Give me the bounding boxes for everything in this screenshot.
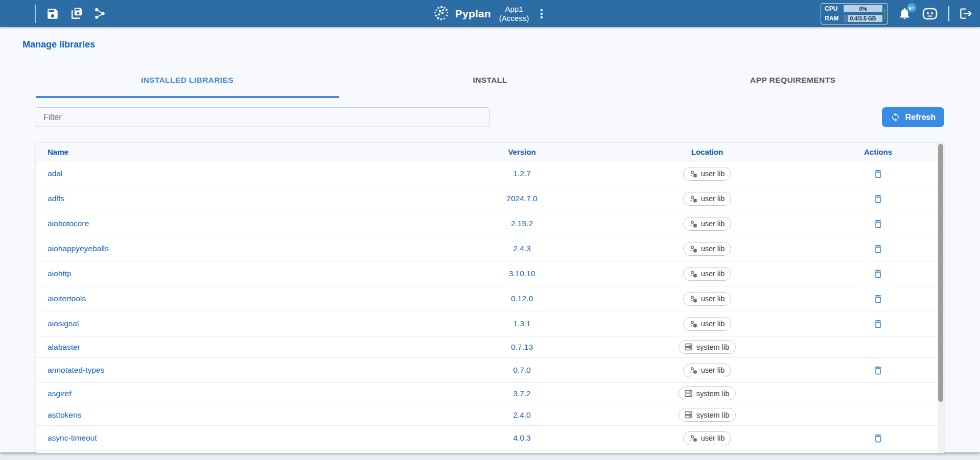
cpu-value: 0% — [844, 5, 882, 12]
table-row: annotated-types 0.7.0 user lib — [36, 358, 944, 383]
notifications-icon[interactable]: 9+ — [898, 7, 912, 20]
topbar-center-group: Pyplan App1 (Access) — [434, 0, 546, 27]
tab-app-requirements[interactable]: APP REQUIREMENTS — [641, 62, 944, 98]
topbar-left-group — [0, 5, 106, 23]
topbar-divider — [35, 5, 36, 23]
delete-button[interactable] — [872, 293, 884, 305]
table-row: adlfs 2024.7.0 user lib — [36, 186, 944, 211]
package-name: asgiref — [36, 389, 449, 398]
package-version: 0.12.0 — [449, 294, 595, 303]
location-chip: user lib — [683, 167, 732, 181]
save-icon[interactable] — [46, 7, 59, 20]
table-body: adal 1.2.7 user lib — [36, 161, 944, 451]
pyplan-logo-icon — [434, 5, 451, 22]
delete-button[interactable] — [872, 167, 884, 180]
topbar: Pyplan App1 (Access) CPU 0% RAM — [0, 0, 980, 27]
refresh-label: Refresh — [905, 113, 936, 122]
tab-install[interactable]: INSTALL — [339, 62, 642, 98]
location-chip: user lib — [683, 242, 732, 256]
location-chip-label: user lib — [701, 270, 725, 278]
package-name: aiobotocore — [36, 219, 449, 228]
package-name: aiohttp — [36, 269, 449, 278]
kebab-menu-icon[interactable] — [537, 8, 546, 19]
menu-icon[interactable] — [7, 8, 25, 19]
trash-icon — [873, 365, 883, 376]
package-version: 1.3.1 — [449, 319, 595, 328]
trash-icon — [873, 244, 883, 254]
share-model-icon[interactable] — [94, 7, 106, 20]
location-chip-label: user lib — [701, 434, 725, 442]
location-chip-label: user lib — [701, 170, 725, 178]
trash-icon — [873, 269, 883, 279]
package-version: 0.7.13 — [449, 343, 595, 352]
app-name-line1: App1 — [499, 5, 529, 14]
tab-installed-libraries[interactable]: INSTALLED LIBRARIES — [36, 62, 339, 98]
notifications-badge: 9+ — [907, 3, 916, 12]
table-row: asgiref 3.7.2 system lib — [36, 383, 944, 404]
column-header-actions: Actions — [820, 148, 937, 156]
system-lib-icon — [684, 389, 693, 398]
delete-button[interactable] — [872, 243, 884, 255]
ram-label: RAM — [825, 15, 841, 22]
package-name: asttokens — [36, 410, 449, 420]
package-name: alabaster — [36, 343, 449, 352]
location-chip: user lib — [683, 217, 732, 231]
delete-button[interactable] — [872, 192, 884, 205]
location-chip-label: user lib — [701, 366, 725, 374]
page-card: Manage libraries INSTALLED LIBRARIES INS… — [0, 27, 980, 452]
logout-icon[interactable] — [959, 7, 973, 20]
table-row: aiosignal 1.3.1 user lib — [36, 311, 944, 336]
column-header-location: Location — [595, 148, 820, 156]
package-name: aiosignal — [36, 319, 449, 328]
delete-button[interactable] — [872, 268, 884, 280]
user-lib-icon — [688, 169, 698, 179]
app-name-line2: (Access) — [499, 14, 529, 23]
page-title: Manage libraries — [22, 38, 980, 51]
package-version: 2.4.0 — [449, 410, 595, 420]
table-scrollbar[interactable] — [938, 143, 944, 453]
package-version: 4.0.3 — [449, 433, 595, 443]
trash-icon — [873, 219, 883, 229]
monitor-status-indicator — [884, 8, 885, 20]
delete-button[interactable] — [872, 364, 884, 377]
brand-name: Pyplan — [455, 8, 491, 20]
location-chip: user lib — [683, 267, 732, 281]
location-chip: system lib — [679, 408, 736, 422]
location-chip: user lib — [683, 292, 732, 306]
delete-button[interactable] — [872, 217, 884, 230]
system-monitor: CPU 0% RAM 0.4/3.5 GB — [821, 3, 888, 25]
trash-icon — [873, 319, 883, 329]
package-version: 1.2.7 — [449, 169, 595, 178]
cpu-label: CPU — [825, 5, 841, 12]
user-lib-icon — [688, 319, 698, 329]
table-row: adal 1.2.7 user lib — [36, 161, 944, 186]
package-version: 3.7.2 — [449, 389, 595, 398]
column-header-name: Name — [36, 148, 449, 156]
table-row: aiohappyeyeballs 2.4.3 user lib — [36, 236, 944, 261]
table-row: aiohttp 3.10.10 user lib — [36, 261, 944, 286]
table-row: alabaster 0.7.13 system lib — [36, 336, 944, 358]
location-chip-label: system lib — [696, 411, 729, 419]
delete-button[interactable] — [872, 432, 884, 445]
user-lib-icon — [688, 433, 698, 443]
filter-input[interactable] — [36, 107, 489, 127]
table-header: Name Version Location Actions — [36, 143, 944, 161]
refresh-icon — [891, 112, 900, 122]
user-lib-icon — [688, 269, 698, 279]
package-version: 0.7.0 — [449, 366, 595, 375]
save-all-icon[interactable] — [69, 7, 83, 20]
scrollbar-thumb[interactable] — [938, 144, 943, 402]
delete-button[interactable] — [872, 318, 884, 330]
assistant-icon[interactable] — [921, 6, 939, 21]
trash-icon — [873, 294, 883, 304]
package-version: 2.4.3 — [449, 244, 595, 253]
filter-row: Refresh — [36, 107, 944, 127]
package-name: aioitertools — [36, 294, 449, 303]
package-version: 2.15.2 — [449, 219, 595, 228]
location-chip-label: user lib — [701, 320, 725, 328]
refresh-button[interactable]: Refresh — [882, 107, 944, 127]
location-chip-label: user lib — [701, 195, 725, 203]
ram-bar: 0.4/3.5 GB — [844, 15, 882, 22]
app-name[interactable]: App1 (Access) — [499, 5, 529, 23]
trash-icon — [873, 168, 883, 179]
